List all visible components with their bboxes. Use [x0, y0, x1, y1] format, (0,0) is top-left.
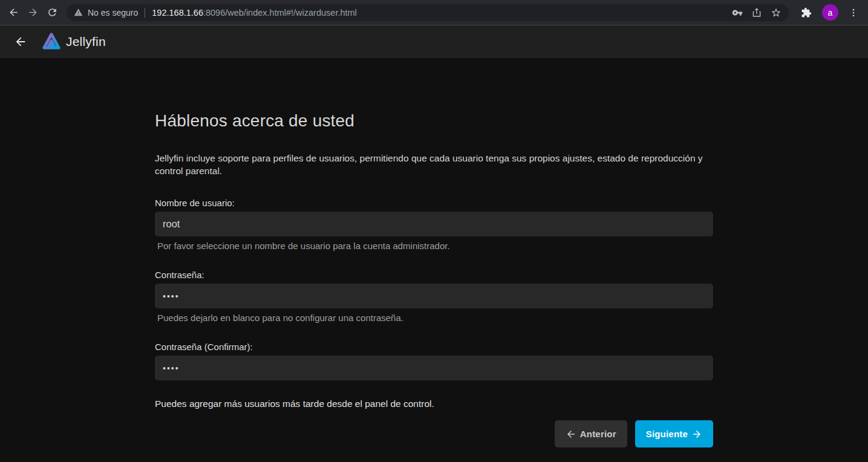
share-icon[interactable]	[751, 7, 762, 18]
password-field-group: Contraseña: Puedes dejarlo en blanco par…	[155, 270, 713, 324]
username-field-group: Nombre de usuario: Por favor seleccione …	[155, 198, 713, 252]
app-header: Jellyfin	[0, 25, 868, 58]
url-path: :8096/web/index.html#!/wizarduser.html	[203, 8, 357, 18]
address-bar[interactable]: No es seguro 192.168.1.66:8096/web/index…	[67, 4, 789, 21]
omnibox-divider	[145, 8, 145, 18]
not-secure-warning-icon	[74, 8, 83, 17]
password-key-icon[interactable]	[732, 7, 743, 18]
username-label: Nombre de usuario:	[155, 198, 713, 209]
next-button[interactable]: Siguiente	[635, 420, 713, 447]
previous-button[interactable]: Anterior	[555, 420, 627, 447]
password-confirm-input[interactable]	[155, 356, 713, 380]
password-confirm-field-group: Contraseña (Confirmar):	[155, 342, 713, 380]
username-input[interactable]	[155, 212, 713, 236]
app-title: Jellyfin	[66, 34, 106, 49]
intro-text: Jellyfin incluye soporte para perfiles d…	[155, 152, 713, 177]
page-title: Háblenos acerca de usted	[155, 111, 713, 131]
previous-button-label: Anterior	[580, 429, 616, 439]
wizard-page: Háblenos acerca de usted Jellyfin incluy…	[0, 58, 868, 461]
browser-toolbar: No es seguro 192.168.1.66:8096/web/index…	[0, 0, 868, 25]
password-confirm-label: Contraseña (Confirmar):	[155, 342, 713, 353]
url-text: 192.168.1.66:8096/web/index.html#!/wizar…	[152, 8, 726, 18]
wizard-buttons: Anterior Siguiente	[155, 420, 713, 447]
arrow-right-icon	[691, 429, 702, 440]
security-label: No es seguro	[88, 8, 138, 18]
app-back-arrow-icon[interactable]	[8, 30, 33, 54]
password-help-text: Puedes dejarlo en blanco para no configu…	[155, 313, 713, 324]
next-button-label: Siguiente	[646, 429, 688, 439]
profile-avatar[interactable]: a	[822, 4, 838, 21]
url-host: 192.168.1.66	[152, 8, 203, 18]
bookmark-star-icon[interactable]	[771, 7, 782, 18]
browser-forward-icon[interactable]	[23, 3, 42, 22]
browser-back-icon[interactable]	[4, 3, 23, 22]
browser-menu-kebab-icon[interactable]	[845, 4, 862, 21]
password-label: Contraseña:	[155, 270, 713, 281]
browser-reload-icon[interactable]	[42, 3, 62, 22]
more-users-note: Puedes agregar más usuarios más tarde de…	[155, 399, 713, 409]
password-input[interactable]	[155, 284, 713, 308]
username-help-text: Por favor seleccione un nombre de usuari…	[155, 241, 713, 252]
arrow-left-icon	[566, 429, 576, 440]
jellyfin-logo-icon	[41, 31, 62, 52]
extensions-puzzle-icon[interactable]	[797, 4, 815, 22]
